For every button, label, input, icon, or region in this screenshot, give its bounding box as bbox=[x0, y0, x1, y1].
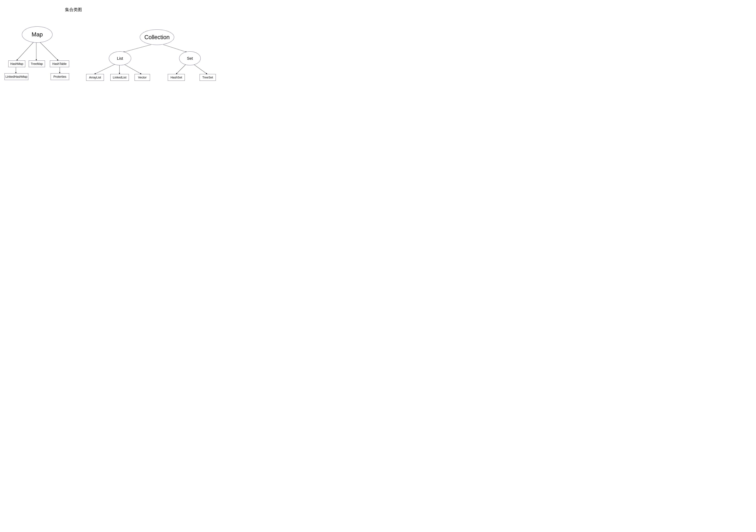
edges-layer bbox=[0, 0, 227, 101]
node-map-label: Map bbox=[32, 31, 43, 38]
node-linkedhashmap-label: LinkedHashMap bbox=[6, 75, 27, 78]
svg-line-0 bbox=[17, 41, 34, 61]
node-hashmap-label: HashMap bbox=[10, 62, 23, 66]
node-hashset: HashSet bbox=[168, 74, 185, 81]
svg-line-9 bbox=[124, 64, 141, 74]
diagram-title: 集合类图 bbox=[65, 7, 82, 13]
node-set: Set bbox=[179, 51, 201, 65]
node-vector-label: Vector bbox=[138, 76, 147, 79]
node-properties-label: Proterties bbox=[53, 75, 67, 78]
node-vector: Vector bbox=[135, 74, 150, 81]
node-arraylist-label: ArrayList bbox=[89, 76, 101, 79]
node-arraylist: ArrayList bbox=[86, 74, 104, 81]
node-treemap: TreeMap bbox=[29, 61, 45, 67]
node-hashtable: HashTable bbox=[50, 61, 69, 67]
node-collection-label: Collection bbox=[145, 34, 170, 40]
node-hashmap: HashMap bbox=[8, 61, 25, 67]
svg-line-11 bbox=[194, 64, 207, 74]
node-set-label: Set bbox=[187, 56, 193, 61]
node-treeset-label: TreeSet bbox=[202, 76, 213, 79]
node-hashset-label: HashSet bbox=[171, 76, 182, 79]
node-collection: Collection bbox=[140, 30, 174, 45]
svg-line-6 bbox=[163, 44, 187, 52]
node-linkedlist-label: LinkedList bbox=[113, 76, 126, 79]
node-hashtable-label: HashTable bbox=[52, 62, 67, 66]
node-map: Map bbox=[22, 26, 52, 43]
svg-line-2 bbox=[39, 41, 58, 61]
svg-line-10 bbox=[176, 64, 186, 74]
diagram-canvas: 集合类图 Map HashMap TreeMap bbox=[0, 0, 227, 101]
node-treemap-label: TreeMap bbox=[31, 62, 43, 66]
node-list: List bbox=[109, 51, 131, 65]
svg-line-7 bbox=[94, 64, 115, 74]
svg-line-5 bbox=[123, 44, 151, 52]
node-treeset: TreeSet bbox=[200, 74, 216, 81]
node-linkedlist: LinkedList bbox=[110, 74, 129, 81]
node-linkedhashmap: LinkedHashMap bbox=[5, 73, 28, 80]
node-properties: Proterties bbox=[51, 73, 69, 80]
node-list-label: List bbox=[117, 56, 123, 61]
